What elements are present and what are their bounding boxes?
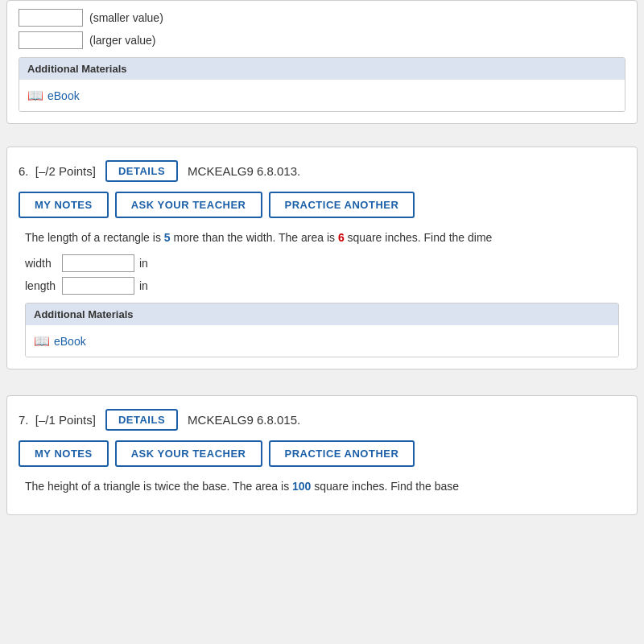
question-7-code: MCKEALG9 6.8.015. bbox=[188, 413, 300, 427]
book-icon: 📖 bbox=[27, 88, 43, 103]
question-7-body: The height of a triangle is twice the ba… bbox=[19, 478, 625, 495]
question-6-length-unit: in bbox=[139, 279, 148, 292]
question-6-length-label: length bbox=[25, 279, 57, 292]
smaller-value-input[interactable] bbox=[19, 9, 83, 27]
question-7-number: 7. [–/1 Points] bbox=[19, 413, 96, 427]
question-6-width-unit: in bbox=[139, 257, 148, 270]
question-6-value1: 5 bbox=[164, 231, 171, 244]
top-ebook-link[interactable]: 📖 eBook bbox=[27, 88, 617, 103]
question-6-header: 6. [–/2 Points] DETAILS MCKEALG9 6.8.013… bbox=[19, 160, 625, 182]
question-6-width-label: width bbox=[25, 257, 57, 270]
question-6-body: The length of a rectangle is 5 more than… bbox=[19, 229, 625, 357]
question-6-ask-teacher-button[interactable]: ASK YOUR TEACHER bbox=[115, 192, 262, 218]
question-6-action-buttons: MY NOTES ASK YOUR TEACHER PRACTICE ANOTH… bbox=[19, 192, 625, 218]
question-7-section: 7. [–/1 Points] DETAILS MCKEALG9 6.8.015… bbox=[6, 395, 638, 515]
question-6-number: 6. [–/2 Points] bbox=[19, 164, 96, 178]
top-partial-section: (smaller value) (larger value) Additiona… bbox=[6, 0, 638, 124]
question-6-value2: 6 bbox=[338, 231, 345, 244]
question-6-my-notes-button[interactable]: MY NOTES bbox=[19, 192, 109, 218]
top-additional-materials-body: 📖 eBook bbox=[19, 80, 625, 111]
question-7-ask-teacher-button[interactable]: ASK YOUR TEACHER bbox=[115, 440, 262, 467]
question-6-ebook-label: eBook bbox=[54, 335, 86, 348]
top-ebook-label: eBook bbox=[47, 89, 80, 102]
top-additional-materials-header: Additional Materials bbox=[19, 58, 625, 80]
question-7-my-notes-button[interactable]: MY NOTES bbox=[19, 440, 109, 467]
question-7-details-button[interactable]: DETAILS bbox=[105, 409, 178, 431]
top-additional-materials-box: Additional Materials 📖 eBook bbox=[19, 57, 625, 112]
question-6-code: MCKEALG9 6.8.013. bbox=[188, 164, 300, 178]
larger-value-input[interactable] bbox=[19, 31, 83, 49]
page-wrapper: (smaller value) (larger value) Additiona… bbox=[0, 0, 644, 515]
question-7-value1: 100 bbox=[292, 480, 311, 493]
question-7-text: The height of a triangle is twice the ba… bbox=[25, 478, 619, 495]
question-6-ebook-link[interactable]: 📖 eBook bbox=[34, 333, 610, 349]
question-6-additional-materials-box: Additional Materials 📖 eBook bbox=[25, 303, 619, 357]
question-7-action-buttons: MY NOTES ASK YOUR TEACHER PRACTICE ANOTH… bbox=[19, 440, 625, 467]
question-6-length-input[interactable] bbox=[62, 277, 134, 295]
question-7-points: [–/1 Points] bbox=[35, 413, 96, 427]
question-6-text: The length of a rectangle is 5 more than… bbox=[25, 229, 619, 246]
question-6-width-row: width in bbox=[25, 254, 619, 272]
smaller-value-row: (smaller value) bbox=[19, 9, 625, 27]
larger-value-row: (larger value) bbox=[19, 31, 625, 49]
question-7-practice-button[interactable]: PRACTICE ANOTHER bbox=[269, 440, 415, 467]
question-7-header: 7. [–/1 Points] DETAILS MCKEALG9 6.8.015… bbox=[19, 409, 625, 431]
question-6-book-icon: 📖 bbox=[34, 333, 50, 349]
smaller-value-label: (smaller value) bbox=[89, 11, 163, 24]
question-6-points: [–/2 Points] bbox=[35, 164, 96, 178]
larger-value-label: (larger value) bbox=[89, 34, 155, 47]
question-6-additional-materials-header: Additional Materials bbox=[26, 303, 618, 325]
question-6-practice-button[interactable]: PRACTICE ANOTHER bbox=[269, 192, 415, 218]
question-6-length-row: length in bbox=[25, 277, 619, 295]
question-6-additional-materials-body: 📖 eBook bbox=[26, 325, 618, 357]
question-6-width-input[interactable] bbox=[62, 254, 134, 272]
question-6-details-button[interactable]: DETAILS bbox=[105, 160, 178, 182]
question-6-section: 6. [–/2 Points] DETAILS MCKEALG9 6.8.013… bbox=[6, 147, 638, 369]
